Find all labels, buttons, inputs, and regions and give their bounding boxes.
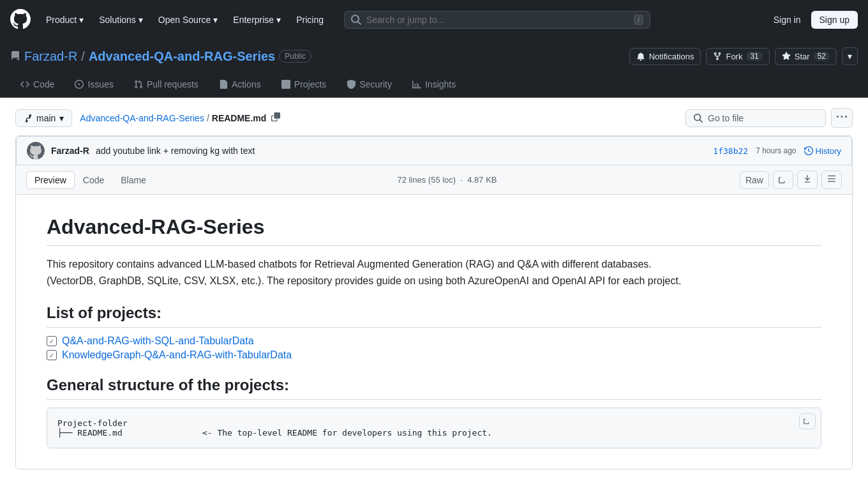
copy-raw-button[interactable]	[773, 171, 793, 189]
repo-owner-link[interactable]: Farzad-R	[24, 49, 77, 64]
fork-button[interactable]: Fork 31	[706, 48, 769, 65]
commit-message: add youtube link + removing kg with text	[96, 146, 255, 156]
repo-path-link[interactable]: Advanced-QA-and-RAG-Series	[80, 113, 204, 123]
structure-title: General structure of the projects:	[47, 376, 821, 400]
product-chevron-icon: ▾	[79, 15, 84, 25]
pricing-label: Pricing	[296, 15, 324, 25]
list-item: ✓ Q&A-and-RAG-with-SQL-and-TabularData	[47, 335, 821, 347]
star-icon	[782, 52, 791, 61]
history-button[interactable]: History	[804, 146, 841, 156]
file-box: Farzad-R add youtube link + removing kg …	[15, 135, 853, 469]
file-toolbar-right: Go to file	[685, 108, 853, 128]
copy-raw-icon	[779, 174, 788, 183]
enterprise-label: Enterprise	[233, 15, 274, 25]
list-title: List of projects:	[47, 304, 821, 328]
tab-insights[interactable]: Insights	[402, 73, 466, 97]
repo-tabs: Code Issues Pull requests Actions Projec…	[10, 73, 858, 97]
actions-icon	[219, 80, 228, 89]
tab-pullrequests[interactable]: Pull requests	[124, 73, 209, 97]
go-to-file-label: Go to file	[708, 113, 744, 123]
projects-icon	[281, 80, 290, 89]
open-source-menu[interactable]: Open Source ▾	[153, 11, 223, 29]
star-plus-button[interactable]: ▾	[842, 47, 858, 65]
file-path: Advanced-QA-and-RAG-Series / README.md	[80, 111, 283, 125]
nav-right: Sign in Sign up	[768, 11, 858, 29]
search-small-icon	[694, 114, 703, 123]
preview-tab[interactable]: Preview	[26, 171, 75, 189]
tab-code[interactable]: Code	[10, 73, 64, 97]
solutions-chevron-icon: ▾	[138, 15, 143, 25]
code-content: Project-folder ├── README.md <- The top-…	[57, 418, 811, 438]
project-link-1[interactable]: Q&A-and-RAG-with-SQL-and-TabularData	[62, 335, 254, 347]
search-input[interactable]	[366, 15, 629, 25]
insights-icon	[412, 80, 421, 89]
pricing-link[interactable]: Pricing	[291, 11, 329, 29]
solutions-label: Solutions	[99, 15, 136, 25]
file-toolbar: main ▾ Advanced-QA-and-RAG-Series / READ…	[15, 108, 853, 128]
enterprise-menu[interactable]: Enterprise ▾	[228, 11, 286, 29]
tab-projects[interactable]: Projects	[271, 73, 337, 97]
branch-chevron-icon: ▾	[59, 113, 64, 123]
github-logo[interactable]	[10, 9, 31, 31]
tab-security[interactable]: Security	[336, 73, 402, 97]
issues-icon	[75, 80, 84, 89]
repo-icon	[10, 51, 20, 61]
star-label: Star	[795, 52, 810, 61]
commit-row-left: Farzad-R add youtube link + removing kg …	[27, 142, 255, 160]
commit-row: Farzad-R add youtube link + removing kg …	[16, 136, 852, 165]
blame-tab[interactable]: Blame	[112, 171, 154, 189]
checkbox-icon-2: ✓	[47, 350, 57, 360]
copy-code-button[interactable]	[799, 413, 816, 429]
copy-code-icon	[804, 416, 811, 424]
go-to-file-button[interactable]: Go to file	[685, 109, 826, 127]
repo-header-top: Farzad-R / Advanced-QA-and-RAG-Series Pu…	[10, 47, 858, 73]
fork-count: 31	[746, 52, 762, 61]
notifications-label: Notifications	[649, 52, 694, 61]
commit-hash[interactable]: 1f38b22	[713, 146, 748, 156]
fork-label: Fork	[726, 52, 742, 61]
star-count: 52	[814, 52, 830, 61]
commit-author: Farzad-R	[51, 146, 89, 156]
fork-icon	[713, 52, 722, 61]
product-label: Product	[46, 15, 77, 25]
readme-description: This repository contains advanced LLM-ba…	[47, 256, 821, 289]
code-tab[interactable]: Code	[75, 171, 112, 189]
project-link-2[interactable]: KnowledgeGraph-Q&A-and-RAG-with-TabularD…	[62, 349, 292, 361]
solutions-menu[interactable]: Solutions ▾	[94, 11, 148, 29]
sign-up-button[interactable]: Sign up	[811, 11, 858, 29]
search-shortcut: /	[634, 15, 643, 25]
bell-icon	[636, 52, 645, 61]
tab-actions[interactable]: Actions	[209, 73, 271, 97]
readme-content: Advanced-RAG-Series This repository cont…	[16, 195, 852, 469]
repo-name-link[interactable]: Advanced-QA-and-RAG-Series	[89, 49, 275, 64]
download-button[interactable]	[797, 171, 818, 189]
raw-button[interactable]: Raw	[740, 171, 769, 189]
file-meta: 72 lines (55 loc) · 4.87 KB	[397, 175, 497, 185]
list-item: ✓ KnowledgeGraph-Q&A-and-RAG-with-Tabula…	[47, 349, 821, 361]
security-icon	[347, 80, 355, 89]
breadcrumb: Farzad-R / Advanced-QA-and-RAG-Series Pu…	[10, 49, 311, 64]
star-button[interactable]: Star 52	[775, 48, 837, 65]
file-box-actions: Raw	[740, 171, 842, 189]
notifications-button[interactable]: Notifications	[629, 48, 701, 65]
commit-time-text: 7 hours ago	[756, 146, 796, 155]
view-tabs: Preview Code Blame	[26, 171, 154, 189]
repo-header: Farzad-R / Advanced-QA-and-RAG-Series Pu…	[0, 40, 868, 98]
open-source-label: Open Source	[158, 15, 211, 25]
open-source-chevron-icon: ▾	[213, 15, 218, 25]
visibility-badge: Public	[279, 50, 311, 63]
lines-button[interactable]	[821, 171, 842, 189]
search-bar: /	[344, 11, 650, 29]
sign-in-button[interactable]: Sign in	[768, 11, 806, 29]
branch-selector[interactable]: main ▾	[15, 109, 72, 127]
code-icon	[20, 80, 29, 89]
repo-separator: /	[81, 49, 85, 64]
copy-path-button[interactable]	[269, 111, 283, 125]
product-menu[interactable]: Product ▾	[41, 11, 89, 29]
tab-issues[interactable]: Issues	[64, 73, 123, 97]
more-options-button[interactable]	[831, 108, 853, 128]
branch-name: main	[36, 113, 56, 123]
download-icon	[803, 174, 812, 183]
history-icon	[804, 146, 813, 155]
projects-list: ✓ Q&A-and-RAG-with-SQL-and-TabularData ✓…	[47, 335, 821, 361]
